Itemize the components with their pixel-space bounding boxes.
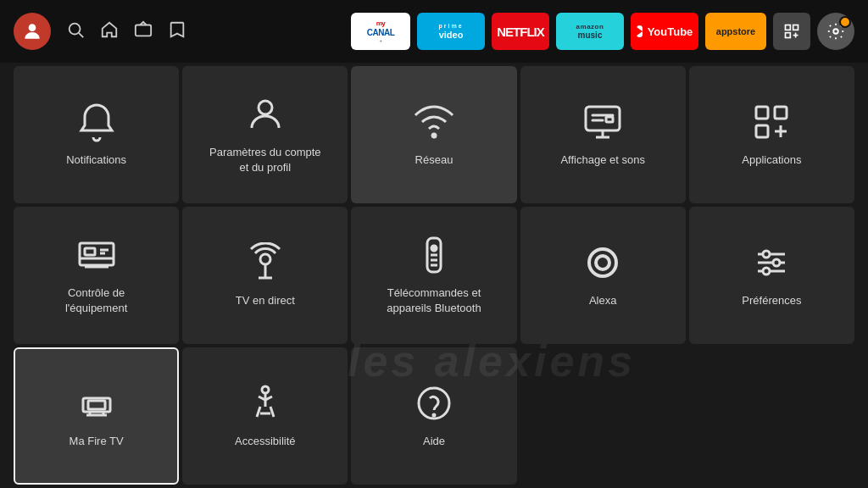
wifi-icon — [414, 102, 454, 142]
person-icon — [245, 94, 286, 135]
svg-rect-3 — [136, 25, 151, 36]
tile-aide[interactable]: Aide — [351, 347, 516, 485]
svg-point-43 — [433, 414, 435, 416]
svg-point-21 — [260, 254, 270, 264]
mycanal-app[interactable]: my CANAL + — [351, 13, 410, 50]
avatar[interactable] — [14, 13, 51, 50]
affichage-label: Affichage et sons — [560, 152, 645, 168]
sliders-icon — [751, 242, 792, 283]
help-icon — [414, 383, 454, 424]
youtube-app[interactable]: YouTube — [631, 13, 698, 50]
svg-rect-18 — [85, 248, 95, 255]
tile-controle[interactable]: Contrôle del'équipement — [14, 207, 179, 344]
netflix-app[interactable]: NETFLIX — [492, 13, 549, 50]
svg-point-23 — [431, 246, 437, 251]
svg-rect-15 — [775, 107, 787, 119]
amazonmusic-app[interactable]: amazon music — [556, 13, 624, 50]
alexa-label: Alexa — [589, 293, 617, 308]
netflix-label: NETFLIX — [497, 25, 544, 39]
tv-icon[interactable] — [134, 20, 153, 43]
tile-notifications[interactable]: Notifications — [14, 66, 179, 203]
primevideo-app[interactable]: prime video — [417, 13, 485, 50]
grid-app[interactable] — [773, 13, 810, 50]
reseau-label: Réseau — [415, 152, 453, 168]
app-shortcuts: my CANAL + prime video NETFLIX amazon mu… — [351, 13, 854, 50]
tile-ma-fire-tv[interactable]: Ma Fire TV — [14, 347, 179, 485]
ma-fire-tv-label: Ma Fire TV — [70, 434, 124, 449]
svg-rect-16 — [756, 125, 768, 137]
settings-grid: Notifications Paramètres du compteet du … — [0, 63, 868, 488]
svg-point-10 — [259, 101, 272, 114]
appstore-app[interactable]: appstore — [705, 13, 766, 50]
svg-point-40 — [262, 386, 269, 393]
home-icon[interactable] — [100, 20, 119, 43]
accessibility-icon — [245, 383, 286, 424]
alexa-icon — [582, 242, 623, 283]
display-icon — [582, 102, 623, 142]
svg-rect-5 — [793, 25, 798, 30]
tile-applications[interactable]: Applications — [689, 66, 854, 203]
svg-rect-12 — [586, 107, 620, 130]
svg-rect-6 — [786, 33, 791, 38]
header: my CANAL + prime video NETFLIX amazon mu… — [0, 0, 868, 63]
svg-line-2 — [79, 33, 83, 37]
accessibilite-label: Accessibilité — [235, 434, 296, 449]
aide-label: Aide — [423, 434, 445, 449]
svg-point-0 — [29, 24, 36, 31]
tile-tv-direct[interactable]: TV en direct — [182, 207, 348, 344]
applications-label: Applications — [742, 152, 801, 168]
remote-icon — [414, 235, 454, 275]
svg-rect-4 — [786, 25, 791, 30]
nav-icons — [66, 20, 186, 43]
svg-point-32 — [763, 251, 770, 258]
firetv-icon — [76, 383, 117, 424]
telecommandes-label: Télécommandes etappareils Bluetooth — [387, 286, 481, 316]
svg-point-34 — [763, 268, 770, 274]
svg-point-27 — [589, 249, 616, 276]
antenna-icon — [245, 242, 286, 283]
tile-reseau[interactable]: Réseau — [351, 66, 516, 203]
svg-rect-36 — [88, 401, 105, 409]
account-label: Paramètres du compteet du profil — [209, 145, 321, 175]
tile-account[interactable]: Paramètres du compteet du profil — [182, 66, 348, 203]
svg-point-11 — [432, 134, 436, 137]
tile-alexa[interactable]: Alexa — [520, 207, 686, 344]
tile-preferences[interactable]: Préférences — [689, 207, 854, 344]
tile-affichage[interactable]: Affichage et sons — [520, 66, 686, 203]
search-icon[interactable] — [66, 20, 85, 43]
svg-point-33 — [773, 259, 780, 266]
youtube-icon — [637, 25, 643, 37]
svg-point-9 — [833, 29, 838, 34]
notifications-label: Notifications — [66, 152, 126, 168]
svg-point-1 — [70, 23, 81, 34]
svg-rect-14 — [756, 107, 768, 119]
tile-accessibilite[interactable]: Accessibilité — [182, 347, 348, 485]
appstore-label: appstore — [716, 26, 755, 36]
apps-icon — [751, 102, 792, 142]
controle-label: Contrôle del'équipement — [65, 286, 127, 316]
preferences-label: Préférences — [742, 293, 801, 308]
svg-rect-13 — [606, 117, 613, 122]
tile-telecommandes[interactable]: Télécommandes etappareils Bluetooth — [351, 207, 516, 344]
bell-icon — [76, 102, 117, 142]
svg-point-28 — [596, 256, 609, 269]
tv-direct-label: TV en direct — [236, 293, 295, 308]
youtube-label: YouTube — [648, 25, 693, 38]
settings-button[interactable] — [817, 13, 854, 50]
monitor-icon — [76, 235, 117, 275]
bookmark-icon[interactable] — [168, 20, 186, 43]
